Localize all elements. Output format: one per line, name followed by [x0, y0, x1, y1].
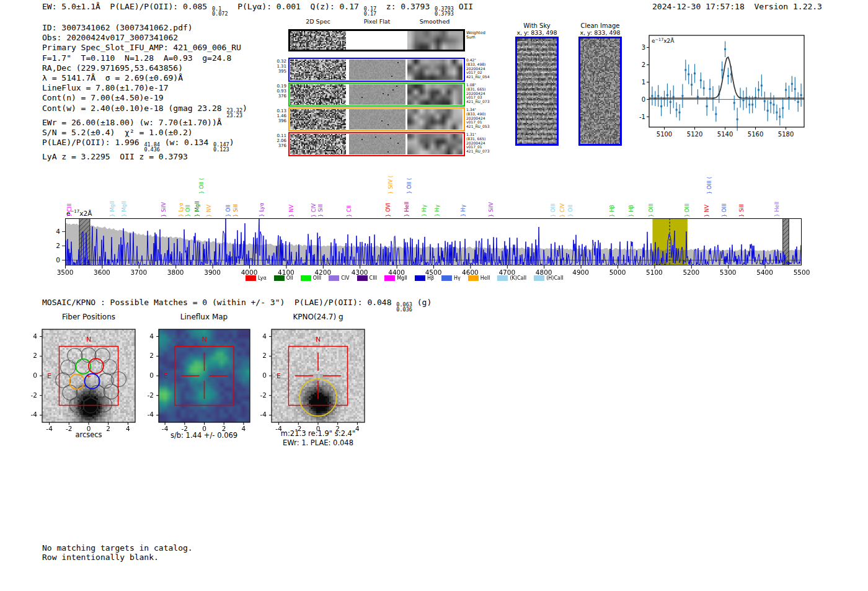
y-tick-mark — [62, 231, 65, 232]
lineflux_map-overlay: NE — [140, 312, 268, 440]
detection-info-block: ID: 3007341062 (3007341062.pdf) Obs: 202… — [42, 23, 247, 162]
legend-label: OIII — [313, 275, 321, 281]
x-tick-label: 5300 — [715, 269, 740, 276]
emission-line-label-heii: } HeII — [774, 202, 780, 217]
emission-line-label-hβ: } Hβ — [609, 205, 615, 217]
x-tick-label: 5400 — [753, 269, 777, 276]
smoothed-cutout — [407, 134, 463, 154]
svg-text:E: E — [164, 372, 168, 380]
y-tick-label: 4 — [50, 228, 60, 235]
legend-swatch — [329, 275, 339, 281]
emission-line-label-hγ: } Hγ — [460, 205, 466, 217]
fiber_positions-y-tick-label: -2 — [25, 391, 37, 399]
stacked-uncertainty: 23.3223.23 — [226, 108, 242, 118]
x-tick-label: 5000 — [605, 269, 630, 276]
legend-label: CIV — [341, 275, 349, 281]
fiber_positions-y-tick-label: 0 — [25, 371, 37, 379]
lineflux_map-y-tick-label: 0 — [142, 371, 154, 379]
with-sky-title: With Sky — [523, 22, 551, 29]
report-version: Version 1.22.3 — [754, 2, 822, 11]
svg-text:5160: 5160 — [748, 131, 763, 138]
lineflux_map-x-tick-label: 0 — [198, 425, 211, 432]
fiber_positions-x-tick-label: -2 — [63, 425, 75, 432]
legend-swatch — [384, 275, 395, 281]
svg-text:E: E — [47, 372, 51, 380]
legend-swatch — [274, 275, 285, 281]
pixel-flat-cutout — [349, 84, 405, 105]
svg-text:N: N — [316, 335, 321, 344]
lineflux_map-y-tick-label: -2 — [142, 391, 154, 399]
2d-spec-cutout — [290, 134, 346, 154]
info-line-plae-poii: P(LAE)/P(OII): 1.996 41.840.436 (w: 0.13… — [42, 138, 247, 152]
emission-line-label-ciii: } CIII — [66, 203, 73, 217]
y-tick-label: 0 — [50, 256, 60, 264]
kpno-y-tick-label: 0 — [255, 371, 267, 379]
legend-item-ciii: CIII — [357, 275, 378, 281]
smoothed-cutout — [407, 109, 463, 130]
legend-item-h: Hγ — [441, 275, 461, 281]
fiber_positions-y-tick-label: -4 — [25, 411, 37, 418]
y-tick-label: 2 — [50, 242, 60, 249]
emission-line-label-nv: } NV — [704, 205, 710, 217]
2d-row-fiber-label: 1.08" (831, 665) 20200424 v017_03 421_RU… — [466, 83, 497, 104]
legend-swatch — [441, 275, 452, 281]
with-sky-image — [517, 38, 557, 144]
svg-text:5100: 5100 — [657, 131, 672, 138]
legend-item-kcaii: (K)CaII — [497, 275, 526, 281]
2d-row-weights-label: 0.19 0.93 376 — [271, 84, 286, 99]
fiber_positions-x-tick-label: 4 — [122, 425, 134, 432]
info-line-cont-w: Cont(w) = 2.40(±0.10)e-18 (gmag 23.28 23… — [42, 104, 247, 118]
legend-swatch — [357, 275, 368, 281]
emission-line-label-oiii: } OIII — [648, 203, 654, 217]
emission-line-label-oii: } OII — [185, 205, 191, 217]
pixel-flat-cutout — [349, 134, 405, 154]
emission-line-label-cii: } CII — [346, 205, 352, 217]
with-sky-coords: x, y: 833, 498 — [516, 29, 557, 36]
legend-label: Hγ — [454, 275, 461, 281]
col-header-2d-spec: 2D Spec — [306, 18, 330, 25]
svg-text:N: N — [86, 335, 91, 344]
footer-note-1: No matching targets in catalog. — [42, 543, 193, 553]
legend-label: Lyα — [258, 275, 267, 281]
emission-line-label-siiv: } SiIV — [488, 202, 494, 217]
fiber_positions-x-tick-label: 2 — [102, 425, 115, 432]
kpno-x-tick-label: 0 — [312, 425, 324, 432]
kpno-overlay: NE — [253, 312, 383, 440]
legend-label: (H)CaII — [546, 275, 563, 281]
2d-row-fiber-label: 1.34" (833, 490) 20200424 v017_01 421_RU… — [466, 108, 497, 129]
kpno-x-tick-label: -2 — [292, 425, 304, 432]
fiber_positions-y-tick-label: 2 — [25, 352, 37, 359]
y-tick-mark — [62, 260, 65, 260]
legend-label: MgII — [397, 275, 407, 281]
legend-item-hcaii: (H)CaII — [534, 275, 563, 281]
legend-label: (K)CaII — [510, 275, 526, 281]
info-line-cont-n: Cont(n) = 7.00(±4.50)e-19 — [42, 93, 247, 103]
x-tick-label: 5100 — [642, 269, 666, 276]
stacked-uncertainty: 41.840.436 — [144, 142, 160, 152]
kpno-y-tick-label: -4 — [255, 411, 267, 418]
x-tick-label: 3800 — [163, 269, 188, 276]
weighted-sum-smoothed — [407, 31, 463, 50]
emission-line-label-lyα: } Lyα — [259, 203, 265, 217]
emission-line-label-mgii: } MgII — [121, 201, 127, 217]
emission-line-label-hγ: } Hγ — [421, 205, 427, 217]
lineflux_map-y-tick-label: -4 — [142, 411, 154, 418]
info-line-ewr: EWr = 26.00(±18.00) (w: 7.70(±1.70))Å — [42, 118, 247, 128]
2d-spec-cutout — [290, 60, 346, 80]
legend-swatch — [534, 275, 544, 281]
emission-line-label-oii: } OII — [567, 205, 574, 217]
kpno-y-tick-label: -2 — [255, 391, 267, 399]
info-line-radec: RA,Dec (229.971695,53.643856) — [42, 63, 247, 73]
legend-swatch — [468, 275, 479, 281]
y-tick-mark — [62, 246, 65, 246]
emission-line-label-oii: } OII ( — [406, 178, 412, 194]
emission-line-label-oii: } OII — [225, 205, 231, 217]
lineflux_map-x-tick-label: 2 — [218, 425, 230, 432]
weighted-sum-2dspec — [290, 31, 346, 50]
clean-image-coords: x, y: 833, 498 — [580, 29, 620, 36]
x-tick-label: 5500 — [789, 269, 814, 276]
x-tick-label: 5200 — [679, 269, 704, 276]
fiber_positions-x-tick-label: -4 — [43, 425, 56, 432]
info-line-id: ID: 3007341062 (3007341062.pdf) — [42, 23, 247, 33]
info-line-ftna: F=1.7" T=0.110 N=1.28 A=0.93 g=24.8 — [42, 53, 247, 63]
